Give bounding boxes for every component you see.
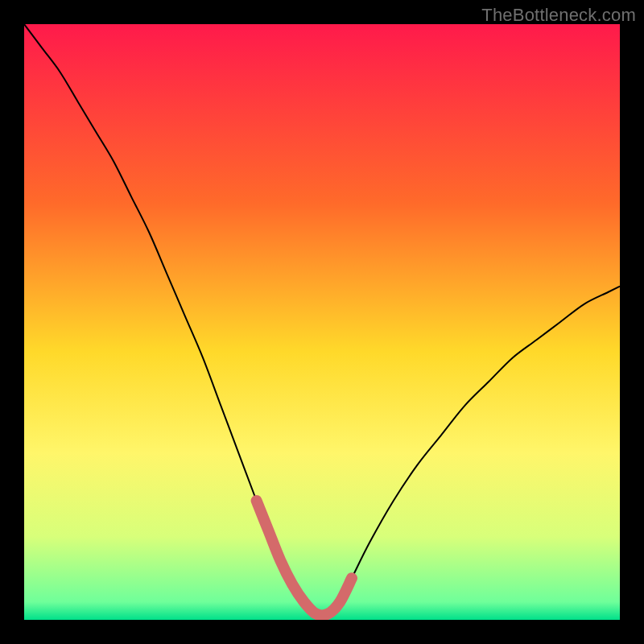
watermark-text: TheBottleneck.com: [481, 5, 636, 26]
gradient-background: [24, 24, 620, 620]
plot-area: [24, 24, 620, 620]
chart-frame: TheBottleneck.com: [0, 0, 644, 644]
chart-svg: [24, 24, 620, 620]
